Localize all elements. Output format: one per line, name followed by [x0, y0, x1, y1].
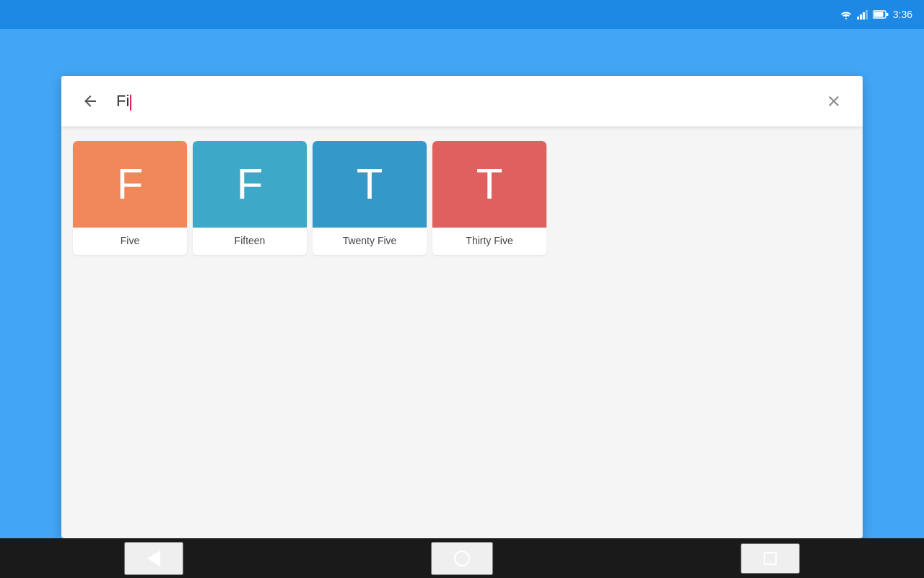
contact-card[interactable]: FFifteen [193, 141, 307, 255]
close-button[interactable] [819, 87, 848, 116]
svg-rect-0 [857, 17, 859, 20]
home-circle-icon [454, 551, 470, 566]
status-bar: 3:36 [0, 0, 924, 29]
status-icons: 3:36 [840, 9, 912, 20]
contact-letter: T [357, 163, 383, 206]
signal-icon [857, 9, 868, 20]
contact-card[interactable]: FFive [73, 141, 187, 255]
contact-avatar: F [193, 141, 307, 228]
svg-rect-1 [860, 14, 862, 20]
search-text: Fi [116, 92, 129, 110]
svg-rect-6 [886, 13, 888, 16]
main-card: Fi FFiveFFifteenTTwenty FiveTThirty Five [61, 76, 863, 538]
recents-square-icon [764, 552, 777, 565]
contact-avatar: T [313, 141, 427, 228]
search-input-wrapper: Fi [116, 92, 808, 111]
contact-letter: F [237, 163, 263, 206]
search-bar: Fi [61, 76, 863, 126]
nav-bar [0, 538, 924, 578]
svg-rect-3 [866, 10, 868, 20]
contact-grid: FFiveFFifteenTTwenty FiveTThirty Five [61, 126, 863, 269]
contact-name: Thirty Five [432, 228, 546, 255]
search-cursor [130, 95, 131, 111]
back-triangle-icon [147, 551, 160, 566]
back-button[interactable] [76, 87, 105, 116]
battery-icon [873, 10, 889, 19]
nav-recents-button[interactable] [741, 543, 800, 574]
contact-card[interactable]: TThirty Five [432, 141, 546, 255]
contact-name: Fifteen [193, 228, 307, 255]
contact-letter: T [476, 163, 503, 206]
contact-letter: F [117, 163, 144, 206]
contact-name: Twenty Five [313, 228, 427, 255]
contact-avatar: T [432, 141, 546, 228]
status-time: 3:36 [893, 9, 912, 20]
contact-name: Five [73, 228, 187, 255]
nav-back-button[interactable] [124, 542, 183, 575]
svg-rect-5 [873, 12, 883, 17]
svg-rect-2 [863, 12, 865, 20]
contact-avatar: F [73, 141, 187, 228]
nav-home-button[interactable] [431, 542, 493, 575]
contact-card[interactable]: TTwenty Five [313, 141, 427, 255]
wifi-icon [840, 9, 853, 20]
